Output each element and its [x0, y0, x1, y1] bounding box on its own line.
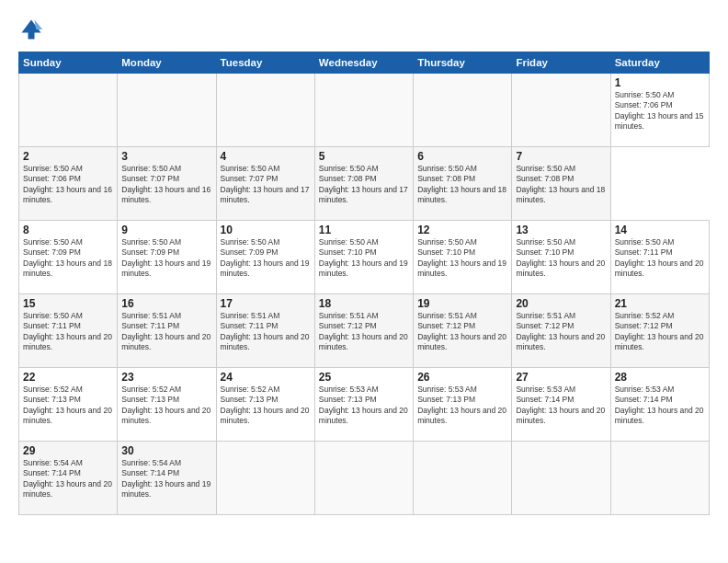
calendar-header: SundayMondayTuesdayWednesdayThursdayFrid… — [19, 52, 710, 74]
sunrise: Sunrise: 5:50 AM — [121, 237, 181, 247]
sunset: Sunset: 7:06 PM — [615, 100, 673, 109]
header — [18, 17, 710, 42]
daylight: Daylight: 13 hours and 18 minutes. — [417, 185, 506, 204]
day-info: Sunrise: 5:52 AM Sunset: 7:13 PM Dayligh… — [221, 385, 311, 427]
calendar-cell: 5 Sunrise: 5:50 AM Sunset: 7:08 PM Dayli… — [314, 147, 413, 221]
calendar-cell: 7 Sunrise: 5:50 AM Sunset: 7:08 PM Dayli… — [512, 147, 610, 221]
day-info: Sunrise: 5:50 AM Sunset: 7:08 PM Dayligh… — [319, 164, 409, 206]
sunset: Sunset: 7:13 PM — [23, 395, 81, 404]
daylight: Daylight: 13 hours and 20 minutes. — [23, 479, 112, 499]
sunrise: Sunrise: 5:53 AM — [319, 385, 379, 394]
calendar-cell — [512, 74, 610, 147]
calendar-cell: 13 Sunrise: 5:50 AM Sunset: 7:10 PM Dayl… — [512, 221, 610, 294]
calendar-cell: 11 Sunrise: 5:50 AM Sunset: 7:10 PM Dayl… — [314, 221, 413, 294]
calendar-cell: 19 Sunrise: 5:51 AM Sunset: 7:12 PM Dayl… — [414, 294, 512, 368]
daylight: Daylight: 13 hours and 19 minutes. — [221, 259, 310, 278]
calendar-cell: 15 Sunrise: 5:50 AM Sunset: 7:11 PM Dayl… — [19, 294, 118, 368]
sunset: Sunset: 7:06 PM — [23, 174, 81, 183]
day-info: Sunrise: 5:51 AM Sunset: 7:12 PM Dayligh… — [417, 311, 507, 353]
day-info: Sunrise: 5:51 AM Sunset: 7:12 PM Dayligh… — [516, 311, 606, 353]
sunrise: Sunrise: 5:50 AM — [417, 164, 477, 173]
day-number: 13 — [516, 224, 606, 236]
sunset: Sunset: 7:14 PM — [23, 468, 81, 477]
sunset: Sunset: 7:13 PM — [417, 395, 475, 404]
sunset: Sunset: 7:13 PM — [121, 395, 179, 404]
day-info: Sunrise: 5:50 AM Sunset: 7:06 PM Dayligh… — [615, 90, 705, 132]
day-info: Sunrise: 5:51 AM Sunset: 7:11 PM Dayligh… — [221, 311, 311, 353]
calendar-row: 22 Sunrise: 5:52 AM Sunset: 7:13 PM Dayl… — [19, 368, 710, 442]
calendar-cell — [414, 74, 512, 147]
sunrise: Sunrise: 5:52 AM — [615, 311, 675, 320]
calendar-cell: 4 Sunrise: 5:50 AM Sunset: 7:07 PM Dayli… — [216, 147, 314, 221]
day-number: 16 — [121, 297, 211, 310]
daylight: Daylight: 13 hours and 20 minutes. — [615, 259, 704, 278]
sunset: Sunset: 7:11 PM — [121, 321, 179, 330]
day-number: 7 — [516, 150, 606, 163]
calendar-cell — [216, 442, 314, 515]
sunset: Sunset: 7:09 PM — [23, 247, 81, 257]
day-number: 17 — [221, 297, 311, 310]
calendar-cell — [314, 442, 413, 515]
sunset: Sunset: 7:11 PM — [23, 321, 81, 330]
day-number: 4 — [221, 150, 311, 163]
header-cell-thursday: Thursday — [414, 52, 512, 74]
sunrise: Sunrise: 5:51 AM — [417, 311, 477, 320]
calendar-cell: 28 Sunrise: 5:53 AM Sunset: 7:14 PM Dayl… — [610, 368, 709, 442]
sunset: Sunset: 7:08 PM — [319, 174, 377, 183]
daylight: Daylight: 13 hours and 20 minutes. — [319, 406, 408, 425]
day-number: 27 — [516, 371, 606, 384]
day-info: Sunrise: 5:51 AM Sunset: 7:11 PM Dayligh… — [121, 311, 211, 353]
calendar-cell: 24 Sunrise: 5:52 AM Sunset: 7:13 PM Dayl… — [216, 368, 314, 442]
daylight: Daylight: 13 hours and 20 minutes. — [417, 332, 506, 351]
day-number: 30 — [121, 444, 211, 457]
sunset: Sunset: 7:11 PM — [221, 321, 279, 330]
sunrise: Sunrise: 5:52 AM — [23, 385, 83, 394]
logo — [18, 17, 48, 42]
daylight: Daylight: 13 hours and 20 minutes. — [615, 332, 704, 351]
day-number: 18 — [319, 297, 409, 310]
day-info: Sunrise: 5:50 AM Sunset: 7:11 PM Dayligh… — [23, 311, 113, 353]
day-info: Sunrise: 5:50 AM Sunset: 7:06 PM Dayligh… — [23, 164, 113, 206]
day-info: Sunrise: 5:50 AM Sunset: 7:10 PM Dayligh… — [319, 237, 409, 280]
day-info: Sunrise: 5:52 AM Sunset: 7:12 PM Dayligh… — [615, 311, 705, 353]
sunrise: Sunrise: 5:50 AM — [23, 164, 83, 173]
day-number: 21 — [615, 297, 705, 310]
sunrise: Sunrise: 5:51 AM — [221, 311, 280, 320]
sunset: Sunset: 7:08 PM — [417, 174, 475, 183]
day-number: 14 — [615, 224, 705, 236]
day-number: 25 — [319, 371, 409, 384]
calendar-cell: 25 Sunrise: 5:53 AM Sunset: 7:13 PM Dayl… — [314, 368, 413, 442]
day-info: Sunrise: 5:50 AM Sunset: 7:08 PM Dayligh… — [516, 164, 606, 206]
calendar-cell: 1 Sunrise: 5:50 AM Sunset: 7:06 PM Dayli… — [610, 74, 709, 147]
sunrise: Sunrise: 5:50 AM — [516, 164, 575, 173]
calendar-cell: 8 Sunrise: 5:50 AM Sunset: 7:09 PM Dayli… — [19, 221, 118, 294]
day-info: Sunrise: 5:53 AM Sunset: 7:13 PM Dayligh… — [417, 385, 507, 427]
calendar-cell — [414, 442, 512, 515]
calendar-page: SundayMondayTuesdayWednesdayThursdayFrid… — [0, 0, 728, 563]
day-info: Sunrise: 5:50 AM Sunset: 7:07 PM Dayligh… — [221, 164, 311, 206]
day-number: 20 — [516, 297, 606, 310]
calendar-cell: 18 Sunrise: 5:51 AM Sunset: 7:12 PM Dayl… — [314, 294, 413, 368]
daylight: Daylight: 13 hours and 20 minutes. — [23, 332, 112, 351]
daylight: Daylight: 13 hours and 20 minutes. — [615, 406, 704, 425]
day-number: 23 — [121, 371, 211, 384]
day-info: Sunrise: 5:50 AM Sunset: 7:11 PM Dayligh… — [615, 237, 705, 280]
calendar-cell — [19, 74, 118, 147]
calendar-cell — [610, 442, 709, 515]
day-number: 8 — [23, 224, 113, 236]
day-number: 28 — [615, 371, 705, 384]
calendar-cell: 12 Sunrise: 5:50 AM Sunset: 7:10 PM Dayl… — [414, 221, 512, 294]
day-info: Sunrise: 5:53 AM Sunset: 7:14 PM Dayligh… — [516, 385, 606, 427]
daylight: Daylight: 13 hours and 17 minutes. — [319, 185, 408, 204]
calendar-cell: 6 Sunrise: 5:50 AM Sunset: 7:08 PM Dayli… — [414, 147, 512, 221]
day-number: 12 — [417, 224, 507, 236]
calendar-row: 15 Sunrise: 5:50 AM Sunset: 7:11 PM Dayl… — [19, 294, 710, 368]
calendar-cell: 29 Sunrise: 5:54 AM Sunset: 7:14 PM Dayl… — [19, 442, 118, 515]
sunrise: Sunrise: 5:50 AM — [221, 237, 280, 247]
day-info: Sunrise: 5:50 AM Sunset: 7:09 PM Dayligh… — [121, 237, 211, 280]
day-info: Sunrise: 5:54 AM Sunset: 7:14 PM Dayligh… — [23, 458, 113, 500]
daylight: Daylight: 13 hours and 20 minutes. — [516, 259, 605, 278]
daylight: Daylight: 13 hours and 16 minutes. — [23, 185, 112, 204]
header-row: SundayMondayTuesdayWednesdayThursdayFrid… — [19, 52, 710, 74]
day-number: 15 — [23, 297, 113, 310]
